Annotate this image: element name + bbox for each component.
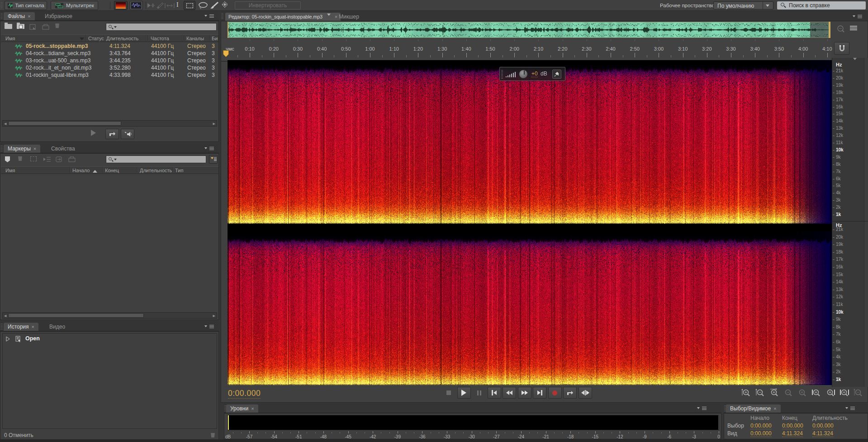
skip-start-button[interactable] — [488, 387, 501, 399]
zoom-out-vertical-button[interactable] — [755, 388, 765, 400]
selection-value[interactable]: 4:11.324 — [812, 430, 833, 437]
overview-menu-icon[interactable] — [850, 26, 857, 27]
selection-value[interactable]: 0:00.000 — [750, 423, 772, 429]
selection-panel-menu[interactable] — [845, 406, 855, 411]
multitrack-button[interactable]: Мультитрек — [51, 1, 98, 10]
loop-playback-button[interactable] — [563, 387, 577, 399]
new-file-button[interactable] — [29, 24, 38, 32]
marker-filter-button[interactable] — [209, 155, 218, 164]
snap-button[interactable] — [834, 42, 849, 55]
selection-value[interactable]: 0:00.000 — [782, 423, 803, 429]
file-row[interactable]: 05-rock...stoppable.mp34:11.32444100 ГцС… — [1, 42, 218, 50]
marker-merge-button[interactable] — [56, 156, 64, 164]
play-button[interactable] — [457, 387, 471, 399]
import-file-button[interactable] — [17, 24, 24, 29]
markers-table-header[interactable]: Имя Начало Конец Длительность Тип — [1, 166, 218, 174]
tab-markers-close[interactable]: × — [33, 146, 36, 151]
waveform-view-button[interactable]: Тип сигнала — [5, 1, 47, 10]
forward-button[interactable] — [518, 387, 531, 399]
tab-levels-close[interactable]: × — [251, 406, 254, 411]
help-search-box[interactable]: Поиск в справке — [777, 1, 866, 9]
zoom-in-left-button[interactable] — [811, 388, 821, 400]
skip-end-button[interactable] — [533, 387, 546, 399]
time-display[interactable]: 0:00.000 — [228, 389, 261, 399]
tab-history[interactable]: История× — [4, 323, 38, 331]
files-panel-menu[interactable] — [204, 14, 214, 19]
files-autoplay-button[interactable] — [121, 129, 134, 139]
tab-selection[interactable]: Выбор/Видимое× — [726, 404, 781, 413]
files-hscrollbar[interactable]: ◀▶ — [2, 120, 217, 127]
zoom-full-button[interactable] — [854, 388, 863, 400]
tab-files-close[interactable]: × — [28, 14, 30, 19]
zoom-in-right-button[interactable] — [825, 388, 835, 400]
record-button[interactable] — [548, 387, 562, 399]
hud-gain-value[interactable]: +0 — [531, 71, 538, 77]
spectral-display-button[interactable] — [114, 1, 128, 10]
freq-scale-arrow[interactable] — [853, 58, 857, 62]
zoom-selection-width-button[interactable] — [840, 388, 849, 400]
history-panel-menu[interactable] — [204, 324, 214, 329]
lasso-tool-icon[interactable] — [198, 2, 208, 11]
frequency-scale[interactable]: Hz21k20k19k18k17k16k15k14k13k12k11k10k9k… — [832, 58, 868, 387]
history-entry[interactable]: Open — [3, 335, 217, 343]
stop-button[interactable] — [442, 387, 455, 399]
editor-panel-menu[interactable] — [853, 14, 863, 19]
file-row[interactable]: 03-rock...uat-500_ans.mp33:44.23544100 Г… — [1, 57, 218, 64]
markers-hscrollbar[interactable]: ◀▶ — [2, 312, 217, 319]
tab-files[interactable]: Файлы× — [4, 12, 35, 20]
file-row[interactable]: 04-rock...tidiane_seck.mp33:43.76444100 … — [1, 50, 218, 57]
hud-pin-button[interactable] — [552, 70, 561, 79]
zoom-selection-button[interactable] — [797, 388, 807, 400]
hud-gain-knob[interactable] — [519, 70, 528, 79]
marquee-tool-button[interactable] — [184, 1, 195, 10]
files-table-header[interactable]: Имя Статус Длительность Частота Каналы Б… — [1, 34, 218, 42]
markers-search-box[interactable] — [106, 155, 206, 163]
skip-selection-button[interactable] — [579, 387, 592, 399]
tab-selection-close[interactable]: × — [773, 406, 776, 411]
file-row[interactable]: 01-rockin_squat-libre.mp34:33.99844100 Г… — [1, 71, 218, 79]
open-file-button[interactable] — [5, 24, 12, 29]
tab-mixer[interactable]: Микшер — [335, 13, 363, 21]
waveform-overview-strip[interactable] — [228, 22, 830, 38]
files-play-button[interactable] — [91, 130, 96, 136]
rewind-button[interactable] — [503, 387, 516, 399]
invert-button[interactable]: Инвертировать — [235, 1, 301, 9]
tab-favorites[interactable]: Избранное — [41, 12, 76, 20]
markers-panel-menu[interactable] — [204, 146, 214, 151]
razor-tool-icon[interactable] — [156, 2, 165, 11]
tab-markers[interactable]: Маркеры× — [4, 145, 40, 153]
waveform-display-button[interactable] — [129, 1, 143, 10]
move-tool-icon[interactable] — [147, 2, 157, 10]
files-trash-button[interactable] — [55, 24, 60, 28]
level-meter[interactable] — [228, 415, 719, 430]
files-search-box[interactable] — [106, 23, 217, 31]
selection-value[interactable]: 4:11.324 — [782, 430, 803, 437]
spectrogram-display[interactable] — [228, 60, 832, 385]
zoom-in-vertical-button[interactable] — [741, 388, 751, 400]
tab-video[interactable]: Видео — [45, 323, 69, 331]
history-trash-button[interactable] — [210, 433, 215, 437]
ibeam-tool-icon[interactable]: I — [176, 1, 179, 9]
levels-panel-menu[interactable] — [697, 406, 707, 411]
hud-panel[interactable]: +0 dB — [499, 67, 565, 81]
file-row[interactable]: 02-rock...it_et_non_dit.mp33:52.28044100… — [1, 64, 218, 71]
tab-editor[interactable]: Редактор: 05-rockin_squat-instoppable.mp… — [225, 13, 341, 21]
selection-value[interactable]: 0:00.000 — [750, 430, 772, 437]
overview-zoomout-icon[interactable] — [836, 25, 845, 36]
marker-insert-button[interactable] — [43, 156, 51, 164]
files-loop-button[interactable] — [105, 129, 119, 139]
marker-trash-button[interactable] — [18, 156, 23, 161]
pause-button[interactable] — [472, 387, 486, 399]
tab-properties[interactable]: Свойства — [47, 145, 79, 153]
add-marker-button[interactable] — [5, 156, 10, 165]
marker-range-button[interactable] — [30, 156, 37, 161]
insert-multitrack-button[interactable] — [42, 24, 50, 32]
healing-brush-icon[interactable] — [220, 1, 229, 11]
zoom-out-horizontal-button[interactable] — [783, 388, 793, 400]
marker-export-button[interactable] — [68, 156, 76, 164]
selection-value[interactable]: 0:00.000 — [812, 423, 834, 429]
tab-history-close[interactable]: × — [32, 324, 34, 329]
timeline-ruler[interactable]: чмс 0:100:200:300:400:501:001:101:201:30… — [221, 39, 832, 61]
workspace-dropdown[interactable]: По умолчанию — [713, 1, 773, 9]
zoom-in-horizontal-button[interactable] — [769, 388, 779, 400]
